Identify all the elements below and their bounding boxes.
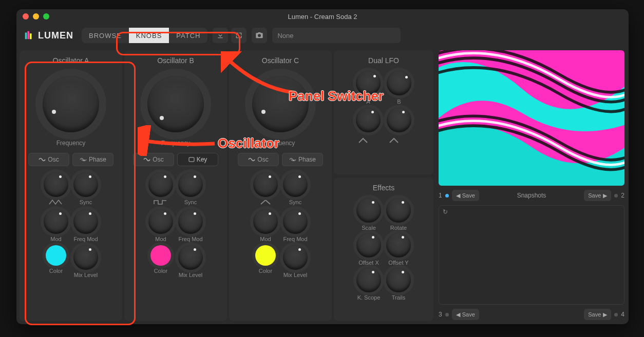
frequency-label: Frequency — [56, 140, 86, 147]
osc-c-phase-toggle[interactable]: Phase — [282, 153, 323, 166]
sine-icon — [248, 157, 255, 162]
osc-b-shape-knob[interactable] — [148, 172, 173, 197]
osc-c-mod-knob[interactable] — [253, 209, 278, 234]
sine-icon — [143, 157, 150, 162]
lfo-b-shape-chevron[interactable] — [387, 135, 401, 146]
osc-a-phase-toggle[interactable]: Phase — [72, 153, 113, 166]
fullscreen-icon — [235, 31, 243, 39]
dual-lfo-panel: Dual LFO A B — [334, 50, 433, 174]
app-logo-text: LUMEN — [38, 30, 73, 41]
osc-a-osc-toggle[interactable]: Osc — [28, 153, 69, 166]
snapshots-row-top: 1 ◀ Save Snapshots Save ▶ 2 — [439, 190, 624, 201]
snapshot-3-save-button[interactable]: ◀ Save — [452, 309, 479, 320]
fx-offset-x-knob[interactable] — [356, 233, 381, 257]
osc-a-frequency-knob[interactable] — [43, 76, 99, 132]
sine-icon — [39, 157, 46, 162]
panel-title: Oscillator B — [157, 56, 194, 65]
snapshot-3-number: 3 — [439, 311, 442, 318]
osc-b-mod-knob[interactable] — [148, 209, 173, 234]
app-window: Lumen - Cream Soda 2 LUMEN BROWSE KNOBS … — [16, 9, 629, 324]
snapshot-4-number: 4 — [621, 311, 624, 318]
snapshot-1-number: 1 — [439, 192, 442, 199]
osc-b-freqmod-knob[interactable] — [178, 209, 203, 234]
zoom-icon[interactable] — [43, 13, 49, 19]
osc-b-osc-toggle[interactable]: Osc — [133, 153, 174, 166]
download-icon — [216, 31, 224, 39]
osc-c-freqmod-knob[interactable] — [283, 209, 308, 234]
topbar: LUMEN BROWSE KNOBS PATCH None — [16, 24, 629, 47]
fx-kscope-knob[interactable] — [356, 268, 381, 292]
chevron-up-icon — [389, 137, 399, 144]
svg-rect-0 — [189, 157, 194, 162]
fx-offset-y-knob[interactable] — [386, 233, 411, 257]
osc-c-frequency-knob[interactable] — [252, 76, 309, 132]
snapshots-title: Snapshots — [482, 192, 581, 199]
effects-panel: Effects Scale Rotate Offset X Offset Y K… — [334, 177, 433, 321]
osc-b-frequency-knob[interactable] — [147, 76, 204, 132]
osc-a-mod-knob[interactable] — [44, 209, 68, 234]
caret-wave-icon — [258, 198, 273, 206]
tab-knobs[interactable]: KNOBS — [129, 28, 169, 43]
snapshot-1-save-button[interactable]: ◀ Save — [452, 190, 479, 201]
lfo-a-shape-chevron[interactable] — [356, 135, 370, 146]
osc-c-mix-knob[interactable] — [283, 245, 308, 270]
fullscreen-button[interactable] — [231, 28, 247, 43]
key-icon — [188, 157, 195, 162]
snapshot-3-indicator — [445, 313, 449, 316]
panel-title: Oscillator C — [262, 56, 299, 65]
annotation-oscillator-label: Oscillator — [218, 135, 279, 151]
tab-browse[interactable]: BROWSE — [82, 28, 129, 43]
fx-scale-knob[interactable] — [356, 198, 381, 223]
fx-trails-knob[interactable] — [386, 268, 411, 292]
snapshot-4-save-button[interactable]: Save ▶ — [584, 309, 611, 320]
osc-a-freqmod-knob[interactable] — [73, 209, 98, 234]
close-icon[interactable] — [23, 13, 29, 19]
snapshot-2-indicator — [614, 194, 618, 197]
logo-mark-icon — [24, 30, 35, 41]
preset-display[interactable]: None — [272, 28, 401, 43]
snapshot-1-indicator — [445, 194, 449, 197]
snapshots-row-bottom: 3 ◀ Save Save ▶ 4 — [439, 309, 624, 320]
camera-icon — [255, 31, 263, 39]
osc-b-color-swatch[interactable] — [150, 245, 171, 266]
download-button[interactable] — [213, 28, 228, 43]
osc-a-color-swatch[interactable] — [46, 245, 66, 266]
chevron-up-icon — [358, 137, 368, 144]
panel-title: Oscillator A — [53, 56, 89, 65]
phase-icon — [289, 157, 296, 162]
titlebar: Lumen - Cream Soda 2 — [16, 9, 629, 24]
annotation-panel-switcher-label: Panel Switcher — [289, 88, 384, 104]
panel-switcher: BROWSE KNOBS PATCH — [82, 28, 207, 43]
lfo-b-rate-knob[interactable] — [387, 71, 411, 95]
osc-c-osc-toggle[interactable]: Osc — [238, 153, 279, 166]
osc-a-shape-knob[interactable] — [44, 172, 68, 197]
video-preview — [439, 50, 624, 186]
lfo-a-depth-knob[interactable] — [356, 108, 381, 132]
window-title: Lumen - Cream Soda 2 — [16, 13, 629, 21]
camera-button[interactable] — [252, 28, 267, 43]
app-logo: LUMEN — [24, 30, 73, 41]
oscillator-a-panel: Oscillator A Frequency Osc Phase Sync Mo… — [20, 50, 122, 321]
tab-patch[interactable]: PATCH — [169, 28, 207, 43]
cycle-icon: ↻ — [443, 208, 448, 215]
preview-art — [439, 50, 624, 186]
oscillator-b-panel: Oscillator B Frequency Osc Key Sync Mod … — [124, 50, 227, 321]
osc-c-sync-knob[interactable] — [283, 172, 308, 197]
snapshot-2-number: 2 — [621, 192, 624, 199]
osc-a-mix-knob[interactable] — [73, 245, 98, 270]
snapshot-xy-pad[interactable]: ↻ — [439, 205, 624, 305]
triangle-wave-icon — [48, 198, 64, 206]
osc-c-shape-knob[interactable] — [253, 172, 278, 197]
minimize-icon[interactable] — [33, 13, 39, 19]
fx-rotate-knob[interactable] — [386, 198, 411, 223]
snapshot-2-save-button[interactable]: Save ▶ — [584, 190, 611, 201]
lfo-b-depth-knob[interactable] — [387, 108, 411, 132]
osc-b-sync-knob[interactable] — [178, 172, 203, 197]
osc-b-mix-knob[interactable] — [178, 245, 203, 270]
osc-b-key-toggle[interactable]: Key — [177, 153, 218, 166]
osc-a-sync-knob[interactable] — [73, 172, 98, 197]
osc-c-color-swatch[interactable] — [255, 245, 276, 266]
snapshot-4-indicator — [614, 313, 618, 316]
square-wave-icon — [153, 198, 168, 206]
phase-icon — [80, 157, 87, 162]
